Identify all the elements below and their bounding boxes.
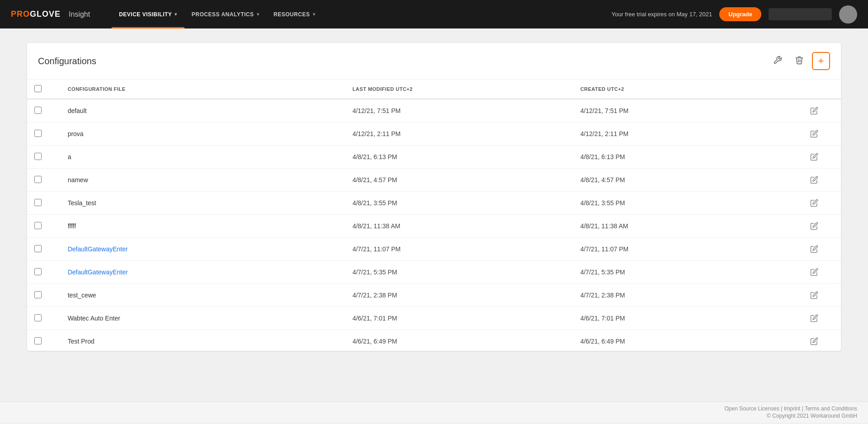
nav-item-device-visibility[interactable]: DEVICE VISIBILITY ▾ [112, 0, 184, 28]
edit-row-button[interactable] [808, 151, 820, 163]
add-button[interactable]: + [812, 52, 830, 70]
row-checkbox-cell [27, 307, 61, 330]
footer-links: Open Source Licenses | Imprint | Terms a… [11, 405, 857, 412]
row-checkbox[interactable] [34, 130, 42, 137]
trash-icon [795, 56, 804, 67]
table-row: Wabtec Auto Enter4/6/21, 7:01 PM4/6/21, … [27, 307, 841, 330]
chevron-down-icon: ▾ [257, 12, 259, 17]
created-column-header: CREATED UTC+2 [573, 80, 801, 99]
edit-cell [801, 99, 841, 122]
row-checkbox-cell [27, 169, 61, 192]
config-name-cell[interactable]: Wabtec Auto Enter [61, 307, 345, 330]
created-cell: 4/12/21, 2:11 PM [573, 122, 801, 146]
brand: PROGLOVE Insight [11, 9, 90, 19]
terms-link[interactable]: Terms and Conditions [805, 405, 857, 412]
edit-cell [801, 238, 841, 261]
config-name-cell[interactable]: default [61, 99, 345, 122]
imprint-link[interactable]: Imprint [784, 405, 801, 412]
created-cell: 4/8/21, 11:38 AM [573, 215, 801, 238]
edit-row-button[interactable] [808, 312, 820, 324]
brand-pro: PRO [11, 9, 30, 19]
edit-row-button[interactable] [808, 335, 820, 347]
last-modified-cell: 4/8/21, 3:55 PM [345, 192, 573, 215]
created-cell: 4/6/21, 7:01 PM [573, 307, 801, 330]
row-checkbox[interactable] [34, 153, 42, 160]
edit-row-button[interactable] [808, 105, 820, 117]
last-modified-cell: 4/8/21, 4:57 PM [345, 169, 573, 192]
search-input[interactable] [769, 8, 832, 20]
delete-button[interactable] [790, 52, 808, 70]
created-cell: 4/7/21, 5:35 PM [573, 261, 801, 284]
config-name-cell[interactable]: a [61, 146, 345, 169]
page-title: Configurations [38, 56, 96, 66]
pencil-icon [810, 268, 818, 276]
configure-button[interactable] [769, 52, 787, 70]
row-checkbox[interactable] [34, 314, 42, 321]
config-name-cell[interactable]: DefaultGatewayEnter [61, 238, 345, 261]
upgrade-button[interactable]: Upgrade [719, 7, 761, 21]
row-checkbox[interactable] [34, 291, 42, 298]
row-checkbox[interactable] [34, 176, 42, 183]
edit-cell [801, 215, 841, 238]
last-modified-cell: 4/12/21, 2:11 PM [345, 122, 573, 146]
nav-right: Your free trial expires on May 17, 2021 … [611, 5, 857, 24]
config-name-cell[interactable]: test_cewe [61, 284, 345, 307]
edit-row-button[interactable] [808, 197, 820, 209]
pencil-icon [810, 130, 818, 138]
row-checkbox-cell [27, 215, 61, 238]
edit-row-button[interactable] [808, 266, 820, 278]
created-cell: 4/8/21, 3:55 PM [573, 192, 801, 215]
row-checkbox-cell [27, 122, 61, 146]
config-actions: + [769, 52, 830, 70]
pencil-icon [810, 153, 818, 161]
open-source-link[interactable]: Open Source Licenses [724, 405, 779, 412]
row-checkbox[interactable] [34, 268, 42, 275]
last-modified-cell: 4/6/21, 6:49 PM [345, 330, 573, 351]
config-name-cell[interactable]: DefaultGatewayEnter [61, 261, 345, 284]
brand-logo: PROGLOVE [11, 9, 61, 19]
navbar: PROGLOVE Insight DEVICE VISIBILITY ▾ PRO… [0, 0, 868, 28]
plus-icon: + [818, 55, 824, 67]
edit-row-button[interactable] [808, 289, 820, 301]
config-name-cell[interactable]: fffff [61, 215, 345, 238]
row-checkbox[interactable] [34, 245, 42, 252]
created-cell: 4/8/21, 4:57 PM [573, 169, 801, 192]
edit-row-button[interactable] [808, 220, 820, 232]
config-header: Configurations [27, 43, 841, 80]
config-name-cell[interactable]: namew [61, 169, 345, 192]
edit-row-button[interactable] [808, 174, 820, 186]
created-cell: 4/8/21, 6:13 PM [573, 146, 801, 169]
last-modified-cell: 4/7/21, 5:35 PM [345, 261, 573, 284]
row-checkbox-cell [27, 146, 61, 169]
table-row: DefaultGatewayEnter4/7/21, 11:07 PM4/7/2… [27, 238, 841, 261]
edit-cell [801, 261, 841, 284]
avatar[interactable] [839, 5, 857, 24]
row-checkbox[interactable] [34, 222, 42, 229]
nav-item-resources[interactable]: RESOURCES ▾ [266, 0, 322, 28]
table-row: a4/8/21, 6:13 PM4/8/21, 6:13 PM [27, 146, 841, 169]
nav-label-process-analytics: PROCESS ANALYTICS [192, 11, 254, 18]
config-name-cell[interactable]: Tesla_test [61, 192, 345, 215]
last-modified-cell: 4/7/21, 11:07 PM [345, 238, 573, 261]
edit-cell [801, 307, 841, 330]
row-checkbox[interactable] [34, 337, 42, 344]
select-all-checkbox[interactable] [34, 85, 42, 92]
edit-row-button[interactable] [808, 243, 820, 255]
nav-item-process-analytics[interactable]: PROCESS ANALYTICS ▾ [184, 0, 266, 28]
table-container[interactable]: CONFIGURATION FILE LAST MODIFIED UTC+2 C… [27, 80, 841, 351]
table-row: DefaultGatewayEnter4/7/21, 5:35 PM4/7/21… [27, 261, 841, 284]
created-cell: 4/7/21, 2:38 PM [573, 284, 801, 307]
configurations-table: CONFIGURATION FILE LAST MODIFIED UTC+2 C… [27, 80, 841, 351]
last-modified-cell: 4/7/21, 2:38 PM [345, 284, 573, 307]
table-header: CONFIGURATION FILE LAST MODIFIED UTC+2 C… [27, 80, 841, 99]
config-name-cell[interactable]: Test Prod [61, 330, 345, 351]
row-checkbox[interactable] [34, 199, 42, 206]
config-name-cell[interactable]: prova [61, 122, 345, 146]
pencil-icon [810, 222, 818, 230]
edit-cell [801, 284, 841, 307]
row-checkbox[interactable] [34, 107, 42, 114]
last-modified-cell: 4/8/21, 6:13 PM [345, 146, 573, 169]
edit-row-button[interactable] [808, 128, 820, 140]
copyright-text: © Copyright 2021 Workaround GmbH [11, 413, 857, 419]
table-row: Tesla_test4/8/21, 3:55 PM4/8/21, 3:55 PM [27, 192, 841, 215]
